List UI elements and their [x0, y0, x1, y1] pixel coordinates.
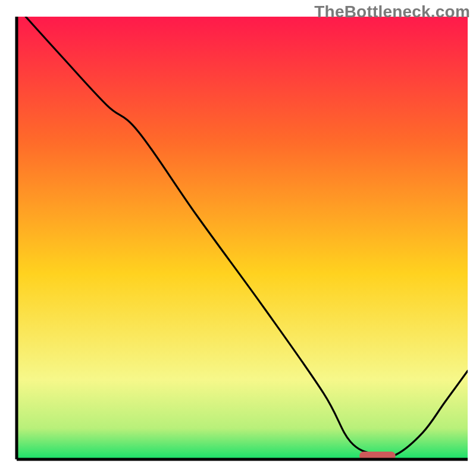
- chart-stage: TheBottleneck.com: [0, 0, 476, 476]
- watermark-text: TheBottleneck.com: [314, 2, 470, 21]
- plot-background: [17, 17, 468, 459]
- bottleneck-chart: [0, 0, 476, 476]
